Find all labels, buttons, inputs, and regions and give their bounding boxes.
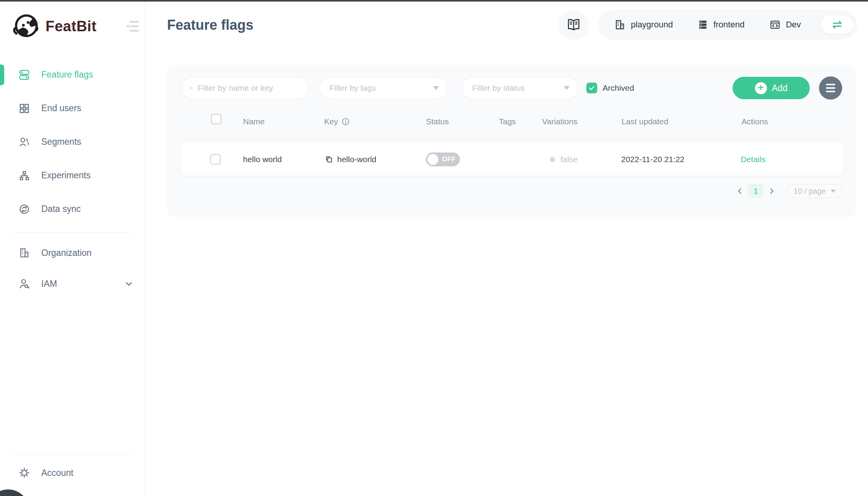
sidebar-item-label: IAM <box>41 279 57 289</box>
service-selector[interactable]: frontend <box>697 19 745 30</box>
tags-filter-select[interactable]: Filter by tags <box>319 77 448 99</box>
featbit-logo-icon <box>11 11 41 41</box>
add-button-label: Add <box>772 83 788 93</box>
pagination: 1 10 / page <box>734 184 842 198</box>
variation-dot-icon <box>550 157 555 162</box>
copy-icon[interactable] <box>324 155 333 164</box>
toggle-state-label: OFF <box>442 156 456 163</box>
status-filter-select[interactable]: Filter by status <box>462 77 579 99</box>
list-menu-button[interactable] <box>819 76 842 100</box>
sidebar-collapse-icon[interactable] <box>124 19 139 34</box>
details-link[interactable]: Details <box>741 155 765 164</box>
gear-icon <box>18 467 30 479</box>
hamburger-icon <box>826 84 835 85</box>
prev-page-button[interactable] <box>734 184 746 198</box>
sidebar-item-organization[interactable]: Organization <box>0 237 145 268</box>
variation-value: false <box>561 155 578 164</box>
env-selector[interactable]: Dev <box>769 19 801 30</box>
sidebar-nav: Feature flags End users Segments <box>0 58 145 226</box>
server-icon <box>697 19 708 30</box>
env-name: Dev <box>786 20 801 30</box>
add-button[interactable]: + Add <box>733 77 810 99</box>
sidebar-divider <box>11 232 133 232</box>
row-checkbox[interactable] <box>210 154 221 164</box>
sidebar-secondary-nav: Organization IAM <box>0 237 145 299</box>
sidebar-item-label: Data sync <box>41 204 81 214</box>
filter-bar: Filter by tags Filter by status Archived… <box>167 76 856 100</box>
book-icon <box>567 18 581 32</box>
info-icon[interactable] <box>341 117 350 126</box>
chevron-down-icon <box>124 279 134 289</box>
toggles-icon <box>18 69 30 81</box>
column-header-tags: Tags <box>499 114 516 129</box>
select-all-checkbox[interactable] <box>211 114 221 124</box>
tags-filter-placeholder: Filter by tags <box>329 83 433 93</box>
logo-row: FeatBit <box>0 2 145 51</box>
sidebar: FeatBit Feature flags <box>0 2 145 496</box>
chevron-left-icon <box>736 187 744 195</box>
search-input[interactable] <box>198 83 302 93</box>
sidebar-item-segments[interactable]: Segments <box>0 125 145 159</box>
grid-icon <box>18 102 30 115</box>
toggle-knob <box>427 154 438 165</box>
column-header-actions: Actions <box>741 114 768 129</box>
docs-button[interactable] <box>559 10 589 40</box>
flag-key-cell: hello-world <box>324 155 377 164</box>
caret-down-icon <box>831 190 836 193</box>
page-number[interactable]: 1 <box>748 184 763 198</box>
project-selector[interactable]: playground <box>614 19 673 30</box>
archived-checkbox[interactable] <box>586 83 597 93</box>
project-name: playground <box>631 20 673 30</box>
sidebar-item-experiments[interactable]: Experiments <box>0 159 145 192</box>
table-row: hello world hello-world OFF false 2022-1… <box>181 143 843 176</box>
brand-name: FeatBit <box>46 18 96 35</box>
sidebar-item-data-sync[interactable]: Data sync <box>0 192 145 226</box>
column-header-key: Key <box>324 114 350 129</box>
flag-key: hello-world <box>337 155 377 164</box>
sitemap-icon <box>18 169 30 182</box>
column-header-name: Name <box>243 114 265 129</box>
check-icon <box>588 85 595 91</box>
users-icon <box>18 136 30 148</box>
account-section: Account <box>0 448 145 496</box>
building-icon <box>18 247 30 259</box>
variation-cell: false <box>550 155 578 164</box>
caret-down-icon <box>564 86 570 90</box>
archived-label: Archived <box>603 83 634 93</box>
status-toggle[interactable]: OFF <box>426 152 460 166</box>
sidebar-item-end-users[interactable]: End users <box>0 91 145 125</box>
table-header: Name Key Status Tags Variations Last upd… <box>167 114 856 129</box>
switch-environment-button[interactable] <box>821 15 853 34</box>
sidebar-item-account[interactable]: Account <box>0 454 145 491</box>
environment-switcher: playground frontend Dev <box>598 10 857 40</box>
sidebar-item-label: Segments <box>41 137 81 147</box>
flag-name: hello world <box>243 155 282 164</box>
status-filter-placeholder: Filter by status <box>472 83 564 93</box>
header-controls: playground frontend Dev <box>559 10 857 40</box>
page-size-value: 10 / page <box>794 187 826 196</box>
last-updated-value: 2022-11-20 21:22 <box>621 155 684 164</box>
code-window-icon <box>769 19 781 30</box>
plus-icon: + <box>755 82 767 94</box>
feature-flags-panel: Filter by tags Filter by status Archived… <box>167 65 856 216</box>
page-title: Feature flags <box>167 17 253 33</box>
project-icon <box>614 19 626 30</box>
sidebar-item-iam[interactable]: IAM <box>0 268 145 299</box>
user-key-icon <box>18 278 30 290</box>
column-header-status: Status <box>426 114 449 129</box>
caret-down-icon <box>433 86 439 90</box>
swap-icon <box>831 18 844 31</box>
next-page-button[interactable] <box>766 184 777 198</box>
column-header-last-updated: Last updated <box>621 114 668 129</box>
sidebar-item-feature-flags[interactable]: Feature flags <box>0 58 145 91</box>
search-box[interactable] <box>181 77 309 99</box>
archived-checkbox-wrap[interactable]: Archived <box>586 83 634 93</box>
search-icon <box>189 83 193 93</box>
sidebar-item-label: Account <box>41 468 73 478</box>
sidebar-item-label: End users <box>41 103 81 113</box>
sidebar-item-label: Feature flags <box>41 69 93 80</box>
page-size-select[interactable]: 10 / page <box>787 184 842 198</box>
main-content: Feature flags playground <box>145 2 868 496</box>
sidebar-item-label: Experiments <box>41 170 91 181</box>
column-header-variations: Variations <box>542 114 578 129</box>
